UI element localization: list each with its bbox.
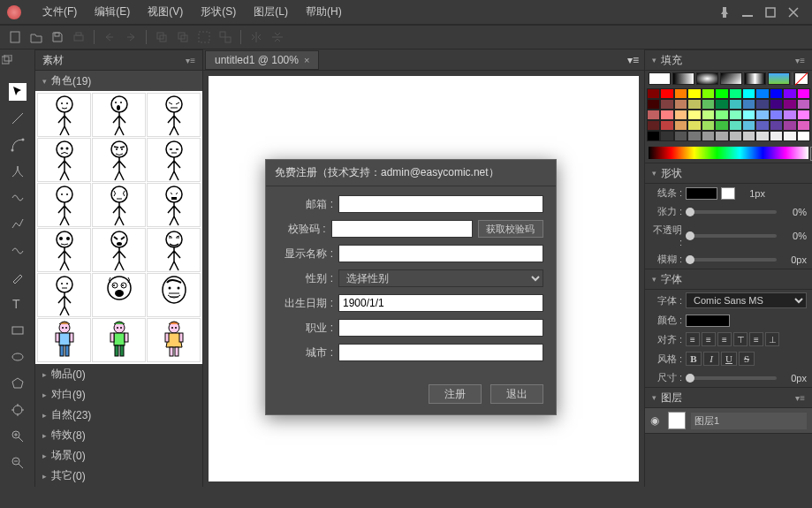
color-swatch[interactable] [674,120,687,131]
layer-row[interactable]: ◉ 图层1 [645,408,812,434]
color-swatch[interactable] [674,131,687,141]
strike-icon[interactable]: S [739,352,755,366]
color-swatch[interactable] [770,99,783,110]
character-thumb[interactable] [92,93,146,137]
color-swatch[interactable] [687,120,701,131]
color-swatch[interactable] [729,120,742,131]
new-icon[interactable] [7,29,23,45]
menu-shape[interactable]: 形状(S) [194,3,243,21]
menu-view[interactable]: 视图(V) [140,3,190,21]
color-swatch[interactable] [729,99,742,110]
color-swatch[interactable] [715,110,728,120]
align-left-icon[interactable]: ≡ [686,332,700,346]
italic-icon[interactable]: I [703,352,719,366]
color-swatch[interactable] [797,110,810,120]
polyline-tool[interactable] [9,216,27,233]
align-right-icon[interactable]: ≡ [717,332,732,346]
align-center-icon[interactable]: ≡ [702,332,716,346]
panel-menu-icon[interactable]: ▾≡ [795,56,805,65]
character-thumb[interactable] [37,138,91,182]
color-swatch[interactable] [687,88,701,99]
color-swatch[interactable] [742,120,755,131]
color-swatch[interactable] [660,88,673,99]
color-swatch[interactable] [702,99,715,110]
line-color[interactable] [686,187,717,200]
blur-slider[interactable] [686,258,777,262]
color-swatch[interactable] [660,110,673,120]
display-name-input[interactable] [338,245,543,262]
character-thumb[interactable] [147,93,201,137]
line-tool[interactable] [9,110,27,127]
get-code-button[interactable]: 获取校验码 [478,220,544,238]
birth-input[interactable] [338,294,543,312]
layer-name[interactable]: 图层1 [691,413,807,429]
character-thumb[interactable] [92,138,146,182]
character-thumb[interactable] [147,138,201,182]
color-swatch[interactable] [755,120,769,131]
redo-icon[interactable] [123,29,139,45]
color-swatch[interactable] [647,120,660,131]
restore-icon[interactable] [0,53,18,71]
target-tool[interactable] [9,401,27,419]
size-slider[interactable] [686,376,777,380]
color-swatch[interactable] [702,120,715,131]
character-thumb[interactable] [92,183,146,227]
color-swatch[interactable] [797,120,810,131]
fill-radial[interactable] [696,72,718,85]
canvas-tab[interactable]: untitled1 @ 100% × [205,50,319,70]
color-swatch[interactable] [687,110,701,120]
color-swatch[interactable] [715,131,728,141]
bold-icon[interactable]: B [686,352,702,366]
fill-diag[interactable] [720,72,742,85]
character-thumb[interactable] [37,228,91,272]
color-swatch[interactable] [783,88,796,99]
color-swatch[interactable] [715,120,728,131]
panel-menu-icon[interactable]: ▾≡ [186,56,195,65]
visibility-icon[interactable]: ◉ [650,414,663,427]
color-swatch[interactable] [715,99,728,110]
color-swatch[interactable] [770,120,783,131]
character-thumb[interactable] [147,228,201,272]
color-swatch[interactable] [770,110,783,120]
color-swatch[interactable] [660,99,673,110]
color-swatch[interactable] [660,131,673,141]
color-swatch[interactable] [742,110,755,120]
gradient-slider[interactable] [649,147,808,159]
color-swatch[interactable] [729,110,742,120]
register-button[interactable]: 注册 [429,384,482,404]
close-tab-icon[interactable]: × [304,55,309,65]
font-select[interactable]: Comic Sans MS [686,292,807,308]
fill-image[interactable] [768,72,790,85]
character-thumb[interactable] [37,183,91,227]
tree-item[interactable]: ▸物品(0) [35,364,202,384]
character-thumb[interactable] [147,318,201,362]
color-swatch[interactable] [729,131,742,141]
character-thumb[interactable] [147,183,201,227]
color-swatch[interactable] [783,131,796,141]
menu-edit[interactable]: 编辑(E) [87,3,137,21]
polygon-tool[interactable] [9,375,27,392]
bring-front-icon[interactable] [154,29,170,45]
undo-icon[interactable] [102,29,118,45]
color-swatch[interactable] [729,88,742,99]
menu-file[interactable]: 文件(F) [35,3,84,21]
color-swatch[interactable] [674,110,687,120]
line-color2[interactable] [721,187,735,200]
tension-slider[interactable] [686,210,777,214]
fill-reflect[interactable] [744,72,766,85]
flip-v-icon[interactable] [269,29,285,45]
color-swatch[interactable] [755,99,769,110]
tree-effect[interactable]: ▸特效(8) [35,425,202,445]
character-thumb[interactable] [37,93,91,137]
color-swatch[interactable] [674,88,687,99]
send-back-icon[interactable] [175,29,191,45]
color-swatch[interactable] [742,131,755,141]
font-color[interactable] [686,315,730,327]
color-swatch[interactable] [702,88,715,99]
tree-character[interactable]: ▾ 角色(19) [35,71,202,91]
color-swatch[interactable] [647,110,660,120]
fill-linear[interactable] [672,72,694,85]
color-swatch[interactable] [797,99,810,110]
tree-other[interactable]: ▸其它(0) [35,466,202,486]
maximize-icon[interactable] [759,4,782,21]
